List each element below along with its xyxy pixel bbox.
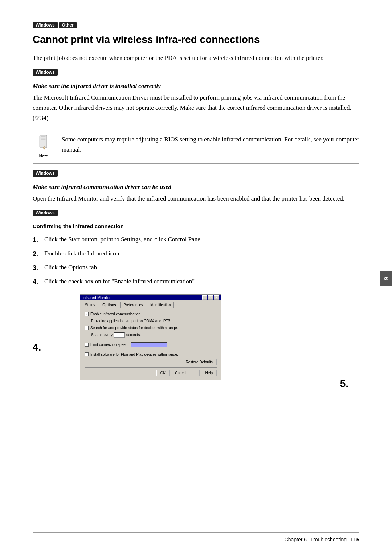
screenshot-wrapper: Infrared Monitor _ □ × Status Options Pr…: [58, 294, 221, 380]
sc-tab-identification[interactable]: Identification: [147, 302, 174, 308]
step5-large-label: 5.: [340, 378, 348, 390]
step-4: 4. Click the check box on for "Enable in…: [33, 277, 359, 288]
sc-titlebar-controls: _ □ ×: [202, 295, 219, 300]
sc-close-btn[interactable]: ×: [214, 295, 219, 300]
sc-checkbox1[interactable]: [85, 312, 89, 316]
sc-link-input[interactable]: [131, 342, 167, 347]
step4-num: 4.: [33, 277, 43, 288]
section2-windows-tag: Windows: [33, 170, 58, 177]
sc-restore-row: Restore Defaults: [85, 359, 217, 365]
svg-rect-4: [41, 141, 44, 141]
other-tag: Other: [59, 22, 77, 28]
intro-text: The print job does not execute when comp…: [33, 53, 359, 63]
sc-checkbox2[interactable]: [85, 326, 89, 330]
screenshot-dialog: Infrared Monitor _ □ × Status Options Pr…: [80, 294, 221, 380]
note-icon-area: Note: [33, 134, 54, 158]
tag-row: Windows Other: [33, 22, 359, 28]
callout-line-5: [296, 383, 336, 385]
note-pencil-icon: [36, 134, 51, 153]
sc-tab-status[interactable]: Status: [82, 302, 98, 308]
confirm-heading: Confirming the infrared connection: [33, 223, 359, 229]
footer-section: Troubleshooting: [310, 537, 347, 542]
sc-title: Infrared Monitor: [82, 295, 111, 300]
section1-tag-row: Windows: [33, 69, 359, 76]
footer: Chapter 6 Troubleshooting 115: [33, 532, 359, 542]
sc-apply-btn[interactable]: [192, 370, 200, 376]
section1-windows-tag: Windows: [33, 69, 58, 76]
sc-tab-options[interactable]: Options: [99, 302, 119, 308]
sc-divider2: [85, 350, 217, 350]
section-confirm: Windows Confirming the infrared connecti…: [33, 210, 359, 288]
chapter-tab: 6: [380, 271, 392, 286]
page-title: Cannot print via wireless infra-red conn…: [33, 33, 359, 46]
section2-tag-row: Windows: [33, 170, 359, 177]
sc-titlebar: Infrared Monitor _ □ ×: [80, 295, 221, 300]
section3-tag-row: Windows: [33, 210, 359, 216]
step1-text: Click the Start button, point to Setting…: [44, 234, 204, 245]
sc-help-btn[interactable]: Help: [201, 370, 217, 376]
sc-ok-btn[interactable]: OK: [156, 370, 170, 376]
section2-body: Open the Infrared Monitor and verify tha…: [33, 194, 359, 204]
step-2: 2. Double-click the Infrared icon.: [33, 249, 359, 260]
steps-list: 1. Click the Start button, point to Sett…: [33, 234, 359, 288]
svg-rect-1: [41, 136, 46, 137]
note-label: Note: [39, 154, 48, 158]
note-block: Note Some computers may require adjustin…: [33, 129, 359, 164]
step3-num: 3.: [33, 263, 43, 274]
step2-num: 2.: [33, 249, 43, 260]
step2-text: Double-click the Infrared icon.: [44, 249, 121, 259]
sc-tabs: Status Options Preferences Identificatio…: [80, 300, 221, 308]
sc-checkbox4[interactable]: [85, 352, 89, 356]
footer-page: 115: [350, 536, 359, 542]
section1-body: The Microsoft Infrared Communication Dri…: [33, 93, 359, 123]
sc-item2-row: Search for and provide status for device…: [85, 326, 217, 330]
sc-item1-label: Enable infrared communication: [90, 312, 140, 316]
note-text: Some computers may require adjusting a B…: [62, 134, 359, 155]
step-3: 3. Click the Options tab.: [33, 262, 359, 274]
sc-item1-row: Enable infrared communication: [85, 312, 217, 316]
step4-large-label: 4.: [33, 342, 41, 353]
step-1: 1. Click the Start button, point to Sett…: [33, 234, 359, 246]
step3-text: Click the Options tab.: [44, 262, 98, 273]
section-driver-installed: Windows Make sure the infrared driver is…: [33, 69, 359, 123]
sc-bottom-divider: [85, 367, 217, 368]
section2-heading: Make sure infrared communication driver …: [33, 183, 359, 191]
sc-checkbox3[interactable]: [85, 343, 89, 347]
screenshot-container: 4. Infrared Monitor _ □ × Sta: [33, 294, 359, 380]
sc-minimize-btn[interactable]: _: [202, 295, 207, 300]
sc-content: Enable infrared communication Providing …: [80, 308, 221, 380]
page: 6 Windows Other Cannot print via wireles…: [0, 0, 392, 557]
section1-heading: Make sure the infrared driver is install…: [33, 82, 359, 90]
sc-item3-row: Limit connection speed:: [85, 342, 217, 347]
sc-tab-preferences[interactable]: Preferences: [120, 302, 146, 308]
step1-num: 1.: [33, 235, 43, 246]
windows-tag: Windows: [33, 22, 58, 28]
sc-item4-label: Install software for Plug and Play devic…: [90, 352, 178, 357]
sc-item4-row: Install software for Plug and Play devic…: [85, 352, 217, 357]
svg-rect-2: [41, 138, 46, 138]
sc-item2-label: Search for and provide status for device…: [90, 326, 178, 330]
sc-search-input[interactable]: [114, 332, 125, 338]
sc-maximize-btn[interactable]: □: [208, 295, 213, 300]
callout-line-4: [34, 323, 64, 325]
sc-cancel-btn[interactable]: Cancel: [171, 370, 190, 376]
sc-search-every-label: Search every: [91, 332, 113, 337]
section-driver-used: Windows Make sure infrared communication…: [33, 170, 359, 204]
sc-divider1: [85, 340, 217, 340]
sc-seconds-label: seconds.: [126, 332, 141, 337]
svg-rect-3: [41, 139, 46, 140]
section3-windows-tag: Windows: [33, 210, 58, 216]
sc-item1-sub: Providing application support on COM4 an…: [85, 319, 217, 323]
sc-item3-label: Limit connection speed:: [90, 342, 167, 347]
sc-bottom-buttons: OK Cancel Help: [85, 370, 217, 376]
step4-text: Click the check box on for "Enable infra…: [44, 277, 196, 287]
sc-item2-sub-row: Search every seconds.: [85, 332, 217, 338]
footer-chapter: Chapter 6: [285, 537, 307, 542]
sc-restore-btn[interactable]: Restore Defaults: [182, 359, 217, 365]
